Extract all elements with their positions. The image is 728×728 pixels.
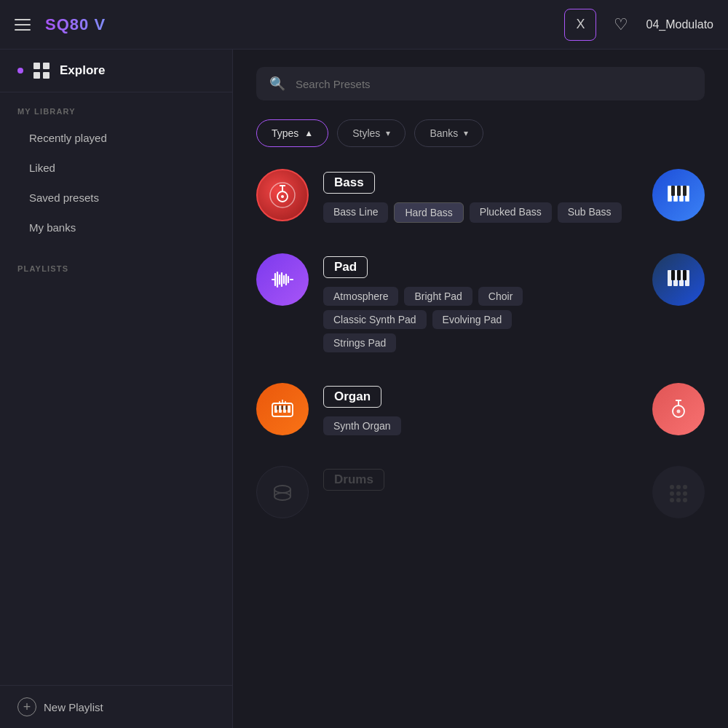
plus-circle-icon: + (17, 697, 36, 716)
pad-tags-row2: Classic Synth Pad Evolving Pad (323, 310, 705, 329)
svg-point-56 (683, 485, 687, 489)
pad-title[interactable]: Pad (323, 256, 368, 278)
filter-types-label: Types (272, 127, 298, 139)
svg-rect-40 (277, 405, 279, 410)
pad-icon-circle (256, 253, 309, 306)
piano-keys-icon (665, 181, 692, 209)
svg-rect-11 (683, 186, 687, 196)
header-right: X ♡ 04_Modulato (564, 9, 713, 41)
waveform-icon (269, 266, 296, 293)
svg-point-57 (670, 491, 674, 496)
filter-bar: Types ▲ Styles ▾ Banks ▾ (256, 119, 705, 147)
svg-point-58 (676, 491, 681, 496)
app-header: SQ80 V X ♡ 04_Modulato (0, 0, 728, 50)
svg-point-60 (670, 498, 674, 502)
tag-choir[interactable]: Choir (478, 287, 523, 306)
filter-banks-label: Banks (430, 127, 458, 139)
close-button[interactable]: X (564, 9, 596, 41)
tag-bright-pad[interactable]: Bright Pad (404, 287, 472, 306)
filter-styles-label: Styles (352, 127, 380, 139)
sidebar-item-saved-presets[interactable]: Saved presets (0, 183, 232, 213)
tag-atmosphere[interactable]: Atmosphere (323, 287, 398, 306)
svg-point-50 (274, 486, 290, 493)
sidebar-item-liked[interactable]: Liked (0, 153, 232, 183)
sidebar-item-recently-played[interactable]: Recently played (0, 123, 232, 153)
tag-hard-bass[interactable]: Hard Bass (394, 202, 463, 223)
svg-rect-42 (285, 405, 288, 410)
drums-title[interactable]: Drums (323, 469, 384, 491)
svg-point-62 (683, 498, 687, 502)
svg-rect-32 (671, 270, 675, 280)
bass-icon-circle (256, 169, 309, 221)
organ-tags: Synth Organ (323, 416, 705, 435)
filter-banks-button[interactable]: Banks ▾ (414, 119, 483, 147)
explore-nav-item[interactable]: Explore (0, 50, 232, 92)
peek-icon-organ (652, 383, 705, 435)
svg-point-61 (676, 498, 681, 502)
organ-title[interactable]: Organ (323, 386, 381, 408)
explore-label: Explore (60, 63, 105, 78)
app-logo: SQ80 V (45, 15, 106, 34)
new-playlist-label: New Playlist (44, 701, 103, 713)
favorite-button[interactable]: ♡ (605, 9, 637, 41)
drums-content: Drums (323, 466, 705, 499)
search-icon: 🔍 (269, 76, 285, 92)
drums-icon-circle (256, 466, 309, 518)
logo-version: V (89, 15, 106, 33)
active-indicator (17, 68, 23, 74)
tag-synth-organ[interactable]: Synth Organ (323, 416, 401, 435)
svg-rect-9 (671, 186, 675, 196)
sidebar-item-my-banks[interactable]: My banks (0, 213, 232, 242)
peek-icon-bass (652, 169, 705, 221)
tag-evolving-pad[interactable]: Evolving Pad (432, 310, 513, 329)
guitar-peek-icon (665, 395, 692, 423)
grid-icon (33, 63, 50, 79)
bass-title[interactable]: Bass (323, 172, 375, 194)
preset-name: 04_Modulato (646, 18, 713, 31)
category-pad: Pad Atmosphere Bright Pad Choir Classic … (256, 253, 705, 357)
hamburger-menu[interactable] (15, 19, 31, 31)
filter-styles-button[interactable]: Styles ▾ (337, 119, 405, 147)
search-bar: 🔍 (256, 67, 705, 100)
category-bass: Bass Bass Line Hard Bass Plucked Bass Su… (256, 169, 705, 227)
dark-piano-icon (665, 266, 692, 293)
chevron-up-icon: ▲ (304, 128, 313, 138)
organ-content: Organ Synth Organ (323, 383, 705, 440)
main-layout: Explore MY LIBRARY Recently played Liked… (0, 50, 728, 728)
drums-icon (269, 479, 296, 505)
svg-rect-10 (677, 186, 681, 196)
svg-point-55 (676, 485, 681, 489)
tag-classic-synth-pad[interactable]: Classic Synth Pad (323, 310, 427, 329)
svg-point-59 (683, 491, 687, 496)
guitar-icon (269, 182, 296, 208)
search-input[interactable] (296, 78, 692, 90)
svg-point-4 (281, 195, 284, 198)
organ-icon (269, 396, 296, 422)
dots-icon (665, 478, 692, 506)
pad-tags-row3: Strings Pad (323, 333, 705, 352)
my-library-title: MY LIBRARY (0, 92, 232, 123)
filter-types-button[interactable]: Types ▲ (256, 119, 328, 147)
playlists-title: PLAYLISTS (0, 250, 232, 280)
svg-point-54 (670, 485, 674, 489)
tag-strings-pad[interactable]: Strings Pad (323, 333, 396, 352)
tag-bass-line[interactable]: Bass Line (323, 202, 388, 223)
logo-text: SQ80 (45, 15, 89, 33)
pad-content: Pad Atmosphere Bright Pad Choir Classic … (323, 253, 705, 357)
tag-sub-bass[interactable]: Sub Bass (558, 202, 622, 223)
bass-tags: Bass Line Hard Bass Plucked Bass Sub Bas… (323, 202, 705, 223)
svg-point-53 (274, 493, 290, 500)
svg-rect-34 (683, 270, 687, 280)
content-area: 🔍 Types ▲ Styles ▾ Banks ▾ (233, 50, 728, 728)
new-playlist-button[interactable]: + New Playlist (17, 697, 103, 716)
pad-tags-row1: Atmosphere Bright Pad Choir (323, 287, 705, 306)
svg-point-47 (677, 410, 681, 414)
category-drums: Drums (256, 466, 705, 518)
peek-icon-pad (652, 253, 705, 306)
svg-rect-41 (281, 405, 283, 410)
svg-rect-39 (288, 405, 290, 413)
bass-content: Bass Bass Line Hard Bass Plucked Bass Su… (323, 169, 705, 227)
svg-rect-33 (677, 270, 681, 280)
tag-plucked-bass[interactable]: Plucked Bass (470, 202, 552, 223)
peek-icon-drums (652, 466, 705, 518)
